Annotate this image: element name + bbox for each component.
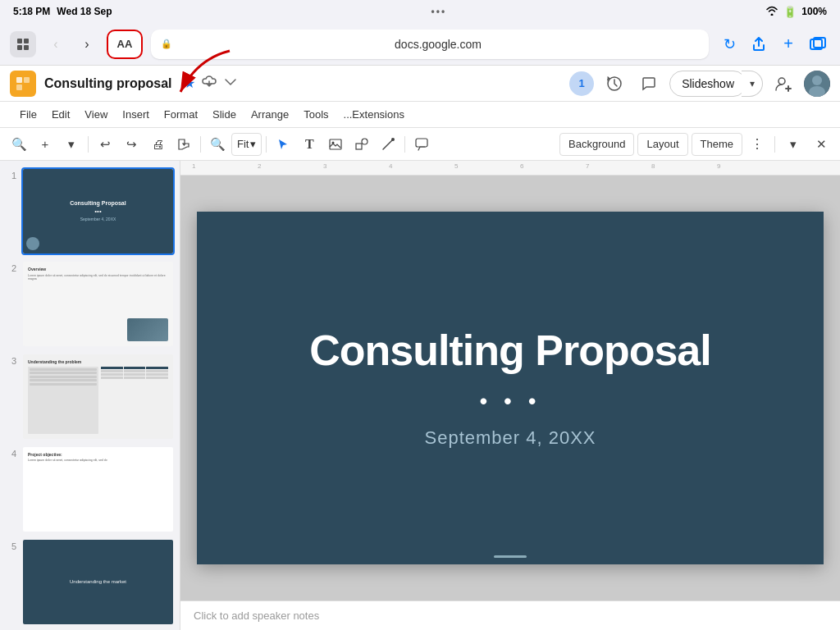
canvas-area: 1 2 3 4 5 6 7 8 9 Consulting Proposal • … (180, 161, 840, 630)
theme-button[interactable]: Theme (692, 133, 742, 156)
slideshow-button[interactable]: Slideshow (669, 71, 746, 97)
slide-canvas-wrap[interactable]: Consulting Proposal • • • September 4, 2… (180, 176, 840, 600)
speaker-notes[interactable]: Click to add speaker notes (180, 600, 840, 630)
slide-num-3: 3 (5, 356, 16, 366)
expand-button[interactable]: ✕ (809, 132, 833, 157)
shapes-button[interactable] (349, 132, 374, 157)
zoom-control[interactable]: Fit ▾ (231, 133, 262, 156)
toolbar-right: Background Layout Theme ⋮ ▾ ✕ (559, 132, 833, 157)
thumb2-text: Lorem ipsum dolor sit amet, consectetur … (28, 274, 168, 317)
zoom-in-button[interactable]: + (33, 132, 57, 157)
svg-point-13 (812, 75, 822, 85)
forward-button[interactable]: › (75, 33, 98, 56)
menu-edit[interactable]: Edit (45, 105, 76, 124)
redo-button[interactable]: ↪ (119, 132, 144, 157)
avatar (804, 71, 830, 97)
add-tab-button[interactable]: + (776, 32, 801, 57)
svg-rect-3 (24, 45, 29, 50)
svg-point-19 (391, 138, 395, 141)
svg-rect-0 (17, 39, 22, 43)
svg-point-11 (778, 78, 785, 84)
menu-arrange[interactable]: Arrange (244, 105, 295, 124)
svg-rect-8 (24, 77, 30, 83)
tab-grid-button[interactable] (10, 31, 36, 57)
slide-thumb-row-5: 5 Understanding the market (5, 538, 175, 626)
thumb4-title: Project objective: (28, 452, 168, 457)
thumb2-title: Overview (28, 267, 168, 272)
chevron-button[interactable]: ▾ (781, 132, 806, 157)
svg-rect-15 (330, 139, 341, 149)
slide-thumbnail-5[interactable]: Understanding the market (21, 538, 175, 626)
thumb4-text: Lorem ipsum dolor sit amet, consectetur … (28, 459, 168, 463)
toolbar-separator-2 (200, 136, 201, 153)
battery-label: 100% (801, 6, 827, 17)
aa-button[interactable]: AA (107, 30, 143, 59)
browser-actions: ↻ + (717, 32, 830, 57)
layout-button[interactable]: Layout (637, 133, 687, 156)
slide-date: September 4, 20XX (424, 427, 596, 449)
thumb3-title: Understanding the problem (28, 359, 168, 364)
back-button[interactable]: ‹ (44, 33, 67, 56)
slide-main-title: Consulting Proposal (309, 327, 710, 374)
slide-thumbnail-1[interactable]: Consulting Proposal ••• September 4, 20X… (21, 167, 175, 255)
slide-progress-bar (494, 555, 527, 558)
search-button[interactable]: 🔍 (7, 132, 31, 157)
toolbar-separator-4 (404, 136, 405, 153)
share-button[interactable] (746, 32, 771, 57)
slide-count-button[interactable]: 1 (569, 71, 594, 96)
comments-button[interactable] (635, 70, 663, 98)
undo-button[interactable]: ↩ (93, 132, 117, 157)
menu-format[interactable]: Format (158, 105, 204, 124)
slide-thumbnail-3[interactable]: Understanding the problem (21, 353, 175, 441)
thumb2-image (127, 318, 168, 341)
version-history-button[interactable] (600, 70, 628, 98)
cursor-button[interactable] (271, 132, 295, 157)
comment-toolbar-button[interactable] (409, 132, 434, 157)
slide-thumbnail-2[interactable]: 🔗 Overview Lorem ipsum dolor sit amet, c… (21, 260, 175, 348)
svg-rect-7 (16, 77, 22, 83)
thumb5-title: Understanding the market (70, 579, 126, 584)
header-right: 1 Slideshow ▾ (569, 70, 830, 98)
slide-thumb-row-2: 2 🔗 Overview Lorem ipsum dolor sit amet,… (5, 260, 175, 348)
menu-file[interactable]: File (13, 105, 43, 124)
slideshow-controls: Slideshow ▾ (669, 71, 763, 97)
image-button[interactable] (323, 132, 348, 157)
background-button[interactable]: Background (559, 133, 634, 156)
thumb1-face-decoration (26, 237, 39, 250)
slide-thumb-row-1: 1 Consulting Proposal ••• September 4, 2… (5, 167, 175, 255)
svg-rect-17 (356, 144, 362, 149)
svg-rect-20 (416, 139, 427, 147)
menu-extensions[interactable]: ...Extensions (337, 105, 411, 124)
menu-insert[interactable]: Insert (116, 105, 156, 124)
speaker-notes-placeholder: Click to add speaker notes (194, 609, 319, 622)
menu-slide[interactable]: Slide (206, 105, 243, 124)
doc-icons: ★ (184, 75, 238, 92)
refresh-button[interactable]: ↻ (717, 32, 742, 57)
address-bar[interactable]: 🔒 docs.google.com (151, 30, 709, 59)
toolbar-separator-3 (266, 136, 267, 153)
paint-format-button[interactable] (171, 132, 196, 157)
zoom-actual-button[interactable]: 🔍 (205, 132, 230, 157)
slide-panel: 1 Consulting Proposal ••• September 4, 2… (0, 161, 180, 630)
toolbar-separator-5 (774, 136, 775, 153)
menu-tools[interactable]: Tools (297, 105, 335, 124)
slide-num-2: 2 (5, 263, 16, 273)
slide-num-5: 5 (5, 541, 16, 551)
ellipsis-icon: ••• (431, 6, 447, 17)
star-icon[interactable]: ★ (184, 75, 195, 91)
text-button[interactable]: T (297, 132, 322, 157)
thumb1-title: Consulting Proposal (70, 200, 126, 206)
print-button[interactable]: 🖨 (145, 132, 170, 157)
slide-thumbnail-4[interactable]: Project objective: Lorem ipsum dolor sit… (21, 445, 175, 533)
line-button[interactable] (376, 132, 400, 157)
slideshow-dropdown-button[interactable]: ▾ (742, 71, 763, 97)
more-icon[interactable] (223, 75, 238, 92)
menu-view[interactable]: View (78, 105, 114, 124)
share-cloud-icon[interactable] (202, 75, 217, 92)
more-options-button[interactable]: ⋮ (746, 133, 769, 156)
add-user-button[interactable] (769, 70, 797, 98)
tabs-button[interactable] (806, 32, 830, 57)
slide-canvas: Consulting Proposal • • • September 4, 2… (197, 212, 824, 564)
zoom-dropdown-button[interactable]: ▾ (59, 132, 84, 157)
slide-num-4: 4 (5, 449, 16, 459)
